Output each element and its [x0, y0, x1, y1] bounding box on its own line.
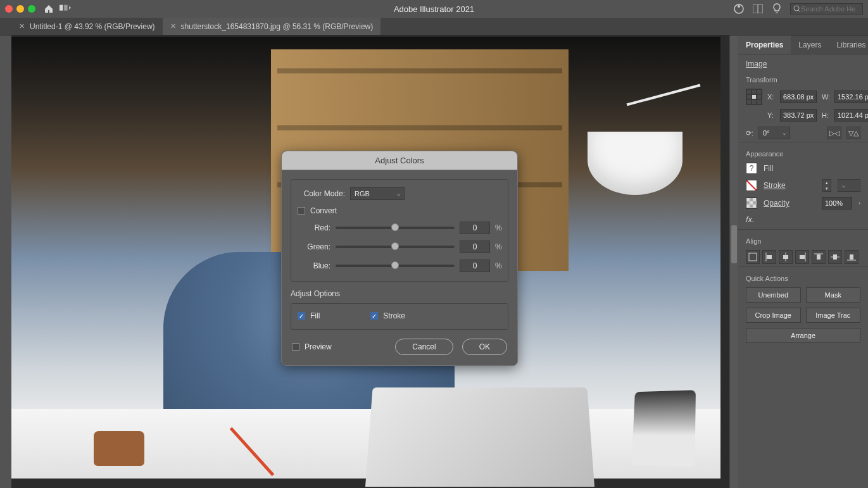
document-tab-0[interactable]: ✕ Untitled-1 @ 43.92 % (RGB/Preview) — [11, 18, 163, 35]
fill-label: Fill — [764, 164, 773, 173]
svg-rect-19 — [833, 254, 837, 260]
align-left-button[interactable] — [762, 250, 776, 264]
selection-type-link[interactable]: Image — [746, 59, 767, 68]
workspace: Adjust Colors Color Mode: RGB ⌵ Convert — [0, 35, 868, 488]
tool-strip[interactable] — [0, 35, 11, 488]
window-close-button[interactable] — [5, 5, 13, 13]
svg-point-3 — [738, 5, 740, 8]
align-to-button[interactable] — [746, 250, 760, 264]
slider-knob[interactable] — [391, 223, 399, 231]
workspace-switcher-icon[interactable] — [60, 3, 71, 15]
h-label: H: — [822, 111, 831, 119]
transform-grid: X: W: Y: H: — [746, 89, 860, 122]
adjust-options-header: Adjust Options — [291, 289, 508, 298]
cloud-sync-icon[interactable] — [733, 3, 745, 15]
rotate-value: 0° — [763, 129, 770, 137]
close-icon[interactable]: ✕ — [170, 22, 176, 30]
convert-checkbox[interactable] — [298, 207, 305, 215]
help-search-input[interactable] — [801, 5, 858, 13]
dialog-title: Adjust Colors — [282, 151, 517, 170]
align-right-button[interactable] — [795, 250, 809, 264]
fill-label: Fill — [310, 311, 320, 320]
tab-properties[interactable]: Properties — [738, 35, 791, 54]
slider-knob[interactable] — [391, 261, 399, 269]
quick-actions-header: Quick Actions — [746, 275, 860, 282]
adjust-options-section: Adjust Options ✓ Fill ✓ Stroke — [291, 289, 508, 330]
unembed-button[interactable]: Unembed — [746, 287, 801, 303]
ok-button[interactable]: OK — [462, 339, 507, 355]
document-tab-1[interactable]: ✕ shutterstock_1654831870.jpg @ 56.31 % … — [163, 18, 381, 35]
arrange-button[interactable]: Arrange — [746, 328, 860, 343]
cancel-button[interactable]: Cancel — [395, 339, 453, 355]
opacity-swatch[interactable] — [746, 197, 757, 209]
opacity-input[interactable] — [822, 197, 852, 210]
reference-point-selector[interactable] — [746, 89, 762, 105]
arrange-documents-icon[interactable] — [752, 3, 764, 15]
align-bottom-button[interactable] — [845, 250, 859, 264]
menubar-right — [733, 3, 863, 15]
align-hcenter-button[interactable] — [779, 250, 793, 264]
properties-panel: Properties Layers Libraries Image Transf… — [738, 35, 868, 488]
flip-vertical-button[interactable]: ▽△ — [846, 127, 860, 139]
rotate-select[interactable]: 0° ⌵ — [758, 127, 790, 139]
color-mode-select[interactable]: RGB ⌵ — [350, 187, 405, 200]
slider-knob[interactable] — [391, 242, 399, 250]
window-maximize-button[interactable] — [28, 5, 35, 13]
image-trace-button[interactable]: Image Trac — [806, 308, 861, 323]
tab-libraries[interactable]: Libraries — [829, 35, 868, 54]
red-value-input[interactable] — [460, 222, 490, 234]
blue-label: Blue: — [298, 261, 330, 270]
image-lamp-region — [588, 132, 682, 195]
percent-label: % — [495, 223, 501, 232]
svg-rect-13 — [783, 255, 788, 259]
align-top-button[interactable] — [812, 250, 826, 264]
percent-label: % — [495, 261, 501, 270]
help-search[interactable] — [790, 3, 863, 15]
stroke-weight-stepper[interactable]: ▴▾ — [822, 179, 831, 192]
stroke-weight-select[interactable]: ⌵ — [838, 179, 860, 192]
fill-swatch[interactable]: ? — [746, 163, 757, 174]
scrollbar-thumb[interactable] — [731, 225, 737, 263]
x-input[interactable] — [780, 91, 817, 103]
green-label: Green: — [298, 242, 330, 251]
w-label: W: — [822, 93, 831, 101]
menubar-left — [5, 3, 71, 15]
h-input[interactable] — [834, 109, 868, 122]
preview-checkbox[interactable] — [292, 343, 299, 351]
chevron-right-icon[interactable]: › — [859, 200, 860, 206]
fx-button[interactable]: fx. — [746, 215, 755, 224]
fill-checkbox[interactable]: ✓ — [298, 312, 305, 320]
close-icon[interactable]: ✕ — [19, 22, 25, 30]
tab-label: shutterstock_1654831870.jpg @ 56.31 % (R… — [181, 22, 374, 31]
crop-image-button[interactable]: Crop Image — [746, 308, 801, 323]
panel-tabs: Properties Layers Libraries — [738, 35, 868, 54]
y-input[interactable] — [780, 109, 817, 122]
document-tab-bar: ✕ Untitled-1 @ 43.92 % (RGB/Preview) ✕ s… — [0, 18, 868, 35]
window-minimize-button[interactable] — [16, 5, 24, 13]
svg-rect-9 — [749, 253, 757, 261]
w-input[interactable] — [834, 91, 868, 103]
transform-header: Transform — [746, 76, 860, 84]
stroke-checkbox[interactable]: ✓ — [370, 312, 378, 320]
learn-icon[interactable] — [771, 3, 783, 15]
red-slider[interactable] — [336, 227, 455, 229]
canvas-area[interactable]: Adjust Colors Color Mode: RGB ⌵ Convert — [11, 35, 729, 488]
blue-value-input[interactable] — [460, 260, 490, 272]
tab-layers[interactable]: Layers — [791, 35, 829, 54]
blue-slider[interactable] — [336, 265, 455, 267]
canvas-scrollbar-vertical[interactable] — [729, 35, 738, 488]
flip-horizontal-button[interactable]: ▷◁ — [827, 127, 841, 139]
green-value-input[interactable] — [460, 241, 490, 253]
chevron-down-icon: ⌵ — [842, 182, 845, 189]
svg-rect-15 — [800, 255, 805, 259]
stroke-swatch[interactable] — [746, 180, 757, 191]
tab-label: Untitled-1 @ 43.92 % (RGB/Preview) — [30, 22, 155, 31]
align-vcenter-button[interactable] — [828, 250, 842, 264]
home-icon[interactable] — [43, 3, 54, 15]
green-slider[interactable] — [336, 246, 455, 248]
search-icon — [793, 5, 801, 13]
mask-button[interactable]: Mask — [806, 287, 861, 303]
svg-rect-11 — [767, 255, 772, 259]
rotate-icon: ⟳: — [746, 129, 753, 137]
menu-bar: Adobe Illustrator 2021 — [0, 0, 868, 18]
